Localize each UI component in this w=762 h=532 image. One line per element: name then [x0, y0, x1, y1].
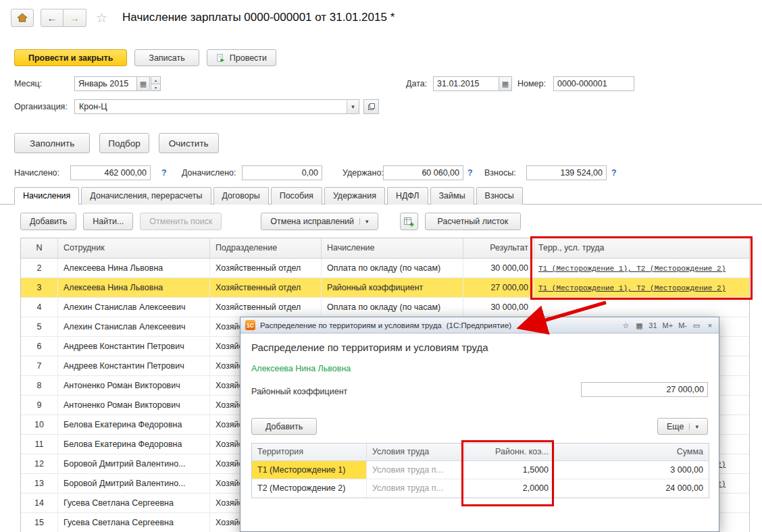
favorites-star-icon[interactable]: ☆	[96, 10, 107, 26]
memory-plus-icon[interactable]: М+	[663, 321, 674, 330]
clear-button[interactable]: Очистить	[159, 133, 219, 153]
cell: 13	[21, 474, 58, 493]
withheld-value[interactable]: 60 060,00	[383, 165, 463, 180]
calendar-icon: ▦	[140, 80, 147, 88]
back-button[interactable]: ←	[41, 9, 63, 27]
territory-link[interactable]: Т1 (Месторождение 1), Т2 (Месторождение …	[538, 265, 726, 273]
cell: Алексеева Нина Львовна	[58, 278, 210, 297]
cell: Хозяйственный отдел	[210, 298, 322, 317]
withheld-help-link[interactable]: ?	[467, 165, 473, 180]
table-row[interactable]: 2Алексеева Нина ЛьвовнаХозяйственный отд…	[21, 259, 749, 278]
dialog-add-button[interactable]: Добавить	[251, 418, 317, 435]
dialog-title: Распределение по территориям и условиям …	[260, 321, 442, 329]
open-organization-button[interactable]	[363, 99, 379, 114]
spreadsheet-icon[interactable]: ▦	[635, 321, 643, 330]
cell: 27 000,00	[463, 278, 534, 297]
date-calendar-button[interactable]: ▦	[499, 76, 512, 91]
organization-combo[interactable]: Крон-Ц ▾	[74, 99, 359, 114]
cell: 5	[21, 317, 58, 336]
column-header[interactable]: Сумма	[555, 444, 709, 460]
spin-down-icon[interactable]: ▾	[151, 84, 161, 92]
post-document-icon	[216, 53, 226, 63]
table-settings-button[interactable]	[400, 213, 418, 230]
write-button[interactable]: Записать	[134, 49, 199, 66]
chevron-down-icon[interactable]: ▾	[347, 100, 359, 113]
table-row[interactable]: Т2 (Месторождение 2)Условия труда п...2,…	[252, 479, 709, 498]
post-and-close-button[interactable]: Провести и закрыть	[14, 49, 127, 66]
restore-window-icon[interactable]: ▭	[692, 321, 701, 330]
cell: 8	[21, 376, 58, 395]
month-calendar-button[interactable]: ▦	[136, 76, 150, 91]
column-header[interactable]: Районн. коэ...	[465, 444, 555, 460]
table-row[interactable]: Т1 (Месторождение 1)Условия труда п...1,…	[252, 461, 709, 479]
column-header[interactable]: Условия труда	[367, 444, 465, 460]
command-bar: Провести и закрыть Записать Провести	[14, 49, 276, 66]
chevron-down-icon[interactable]: ▾	[689, 423, 698, 430]
column-header[interactable]: Результат	[463, 238, 534, 258]
cell: 24 000,00	[555, 479, 709, 498]
number-input[interactable]: 0000-000001	[553, 76, 634, 91]
withheld-label: Удержано:	[342, 165, 384, 180]
column-header[interactable]: Территория	[252, 444, 367, 460]
tab-item[interactable]: Удержания	[324, 187, 385, 205]
date-input[interactable]: 31.01.2015	[433, 76, 499, 91]
number-label: Номер:	[517, 76, 546, 91]
cell: Хозяйственный отдел	[210, 259, 322, 277]
column-header[interactable]: Сотрудник	[58, 238, 210, 258]
fill-button[interactable]: Заполнить	[14, 133, 90, 153]
table-row[interactable]: 4Алехин Станислав АлексеевичХозяйственны…	[21, 298, 749, 317]
post-button[interactable]: Провести	[207, 49, 276, 66]
add-row-button[interactable]: Добавить	[20, 213, 76, 230]
home-button[interactable]	[11, 9, 34, 27]
close-icon[interactable]: ×	[706, 321, 714, 330]
table-row[interactable]: 3Алексеева Нина ЛьвовнаХозяйственный отд…	[21, 278, 749, 298]
territory-table-header: ТерриторияУсловия трудаРайонн. коэ...Сум…	[252, 444, 709, 461]
calendar-icon: ▦	[502, 80, 509, 88]
back-arrow-icon: ←	[47, 12, 57, 24]
cell: Алексеева Нина Львовна	[58, 259, 210, 277]
home-icon	[17, 12, 28, 23]
dialog-more-button[interactable]: Еще ▾	[657, 418, 708, 435]
contributions-value[interactable]: 139 524,00	[526, 165, 607, 180]
column-header[interactable]: Подразделение	[210, 238, 322, 258]
cell: Алехин Станислав Алексеевич	[58, 317, 210, 336]
memory-minus-icon[interactable]: М-	[678, 321, 687, 330]
spin-up-icon[interactable]: ▴	[151, 76, 161, 84]
added-value[interactable]: 0,00	[242, 165, 322, 180]
forward-arrow-icon: →	[70, 12, 80, 24]
territory-link[interactable]: Т1 (Месторождение 1), Т2 (Месторождение …	[538, 284, 726, 292]
tab-item[interactable]: НДФЛ	[387, 187, 428, 205]
pick-button[interactable]: Подбор	[99, 133, 149, 153]
cell: Антоненко Роман Викторович	[58, 376, 210, 395]
tab-item[interactable]: Доначисления, перерасчеты	[81, 187, 211, 205]
date-label: Дата:	[406, 76, 427, 91]
tab-item[interactable]: Пособия	[271, 187, 322, 205]
column-header[interactable]: N	[21, 238, 58, 258]
calendar-icon[interactable]: 31	[649, 321, 657, 330]
chevron-down-icon[interactable]: ▾	[359, 218, 369, 225]
cell: Алехин Станислав Алексеевич	[58, 298, 210, 317]
payslip-button[interactable]: Расчетный листок	[425, 213, 522, 230]
tab-item[interactable]: Договоры	[213, 187, 269, 205]
find-button[interactable]: Найти...	[83, 213, 133, 230]
post-button-label: Провести	[230, 53, 267, 63]
forward-button[interactable]: →	[63, 9, 86, 27]
cell: 2	[21, 259, 58, 277]
coefficient-input[interactable]: 27 000,00	[581, 382, 708, 397]
undo-corrections-button[interactable]: Отмена исправлений ▾	[261, 213, 378, 230]
month-input[interactable]: Январь 2015	[74, 76, 137, 91]
accrued-value[interactable]: 462 000,00	[70, 165, 151, 180]
favorites-star-icon[interactable]: ☆	[621, 321, 630, 330]
accrued-help-link[interactable]: ?	[161, 165, 167, 180]
tab-active[interactable]: Начисления	[14, 187, 79, 205]
tab-item[interactable]: Взносы	[476, 187, 523, 205]
tab-item[interactable]: Займы	[430, 187, 474, 205]
accrued-label: Начислено:	[14, 165, 59, 180]
column-header[interactable]: Терр., усл. труда	[534, 238, 749, 258]
dialog-titlebar[interactable]: 1С Распределение по территориям и услови…	[240, 317, 719, 334]
added-label: Доначислено:	[182, 165, 236, 180]
employee-link[interactable]: Алексеева Нина Львовна	[251, 364, 351, 373]
payroll-document-window: ← → ☆ Начисление зарплаты 0000-000001 от…	[0, 0, 762, 532]
column-header[interactable]: Начисление	[322, 238, 463, 258]
contributions-help-link[interactable]: ?	[611, 165, 617, 180]
